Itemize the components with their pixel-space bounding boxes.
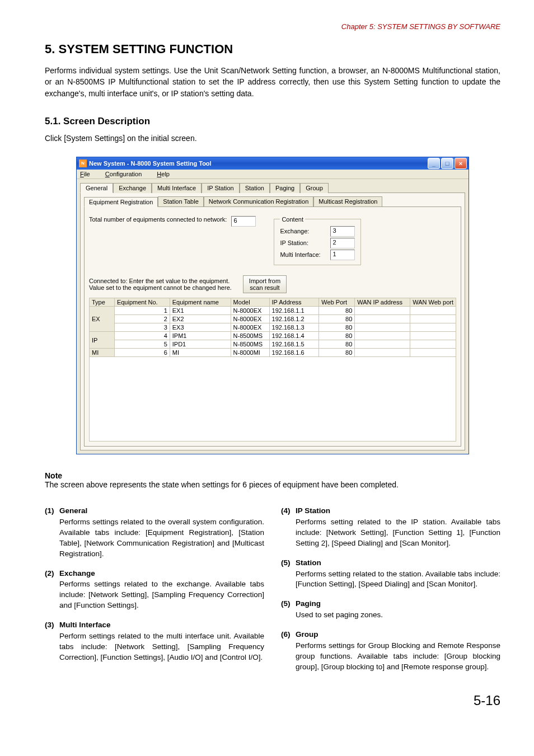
description-item: (5)StationPerforms setting related to th… [281, 558, 500, 590]
table-row[interactable]: MI6MIN-8000MI192.168.1.680 [90, 349, 456, 357]
table-row[interactable]: EX1EX1N-8000EX192.168.1.180 [90, 307, 456, 315]
subtab-multicast-registration[interactable]: Multicast Registration [313, 196, 382, 206]
description-item: (3)Multi InterfacePerform settings relat… [45, 620, 264, 663]
content-groupbox: Content Exchange:3 IP Station:2 Multi In… [274, 216, 361, 265]
menu-help[interactable]: Help [157, 171, 176, 177]
menu-configuration[interactable]: Configuration [105, 171, 148, 177]
tab-exchange[interactable]: Exchange [113, 183, 152, 193]
tab-paging[interactable]: Paging [270, 183, 300, 193]
close-button[interactable]: × [455, 158, 467, 169]
content-ipstation-value[interactable]: 2 [330, 238, 355, 248]
menu-file[interactable]: File [80, 171, 97, 177]
content-multiinterface-label: Multi Interface: [280, 251, 330, 258]
content-multiinterface-value[interactable]: 1 [330, 250, 355, 260]
subtab-station-table[interactable]: Station Table [158, 196, 203, 206]
subsection-title: 5.1. Screen Description [45, 116, 500, 127]
app-icon: N [79, 159, 87, 167]
app-window: N New System - N-8000 System Setting Too… [76, 157, 469, 454]
content-exchange-value[interactable]: 3 [330, 226, 355, 237]
description-item: (6)GroupPerforms settings for Group Bloc… [281, 630, 500, 673]
description-item: (2)ExchangePerforms settings related to … [45, 569, 264, 612]
subtab-network-communication-registration[interactable]: Network Conmunication Registration [204, 196, 314, 206]
description-item: (1)GeneralPerforms settings related to t… [45, 506, 264, 559]
table-header-row: Type Equipment No. Equipment name Model … [90, 298, 456, 307]
hint-text: Connected to: Enter the set value to the… [89, 278, 232, 291]
chapter-heading: Chapter 5: SYSTEM SETTINGS BY SOFTWARE [45, 22, 500, 31]
type-cell: MI [90, 349, 115, 357]
description-item: (5)PagingUsed to set paging zones. [281, 599, 500, 621]
table-row[interactable]: 3EX3N-8000EX192.168.1.380 [90, 323, 456, 332]
maximize-button[interactable]: □ [441, 158, 453, 169]
equipment-table: Type Equipment No. Equipment name Model … [89, 298, 456, 357]
sub-tabs: Equipment Registration Station Table Net… [84, 196, 461, 206]
note-heading: Note [45, 471, 500, 480]
menu-bar: File Configuration Help [77, 170, 469, 179]
table-row[interactable]: 2EX2N-8000EX192.168.1.280 [90, 315, 456, 323]
table-empty-area [89, 357, 456, 442]
content-legend: Content [280, 216, 305, 223]
type-cell: EX [90, 307, 115, 332]
tab-general[interactable]: General [80, 183, 113, 193]
tab-station[interactable]: Station [240, 183, 270, 193]
tab-ip-station[interactable]: IP Station [202, 183, 240, 193]
description-item: (4)IP StationPerforms setting related to… [281, 506, 500, 549]
note-body: The screen above represents the state wh… [45, 480, 500, 489]
window-title: New System - N-8000 System Setting Tool [89, 160, 212, 167]
section-title: 5. SYSTEM SETTING FUNCTION [45, 42, 500, 57]
content-exchange-label: Exchange: [280, 228, 330, 234]
titlebar: N New System - N-8000 System Setting Too… [77, 157, 469, 170]
tab-multi-interface[interactable]: Multi Interface [152, 183, 202, 193]
instruction-line: Click [System Settings] on the initial s… [45, 134, 500, 143]
tab-group[interactable]: Group [300, 183, 329, 193]
table-row[interactable]: IP4IPM1N-8500MS192.168.1.480 [90, 332, 456, 340]
total-label: Total number of equipments connected to … [89, 216, 227, 223]
import-button[interactable]: Import from scan result [243, 275, 287, 293]
subtab-equipment-registration[interactable]: Equipment Registration [84, 197, 158, 207]
intro-paragraph: Performs individual system settings. Use… [45, 65, 500, 99]
content-ipstation-label: IP Station: [280, 240, 330, 246]
page-number: 5-16 [45, 693, 500, 708]
minimize-button[interactable]: _ [428, 158, 440, 169]
main-tabs: General Exchange Multi Interface IP Stat… [80, 182, 465, 193]
table-row[interactable]: 5IPD1N-8500MS192.168.1.580 [90, 340, 456, 349]
type-cell: IP [90, 332, 115, 349]
total-value-input[interactable]: 6 [231, 216, 256, 227]
